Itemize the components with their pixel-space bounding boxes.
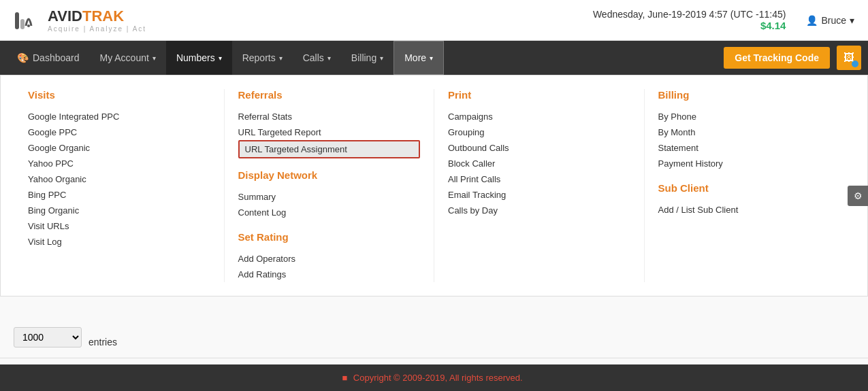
entries-label: entries	[89, 337, 117, 347]
username: Bruce	[821, 15, 846, 26]
nav-right: Get Tracking Code 🖼	[724, 46, 861, 70]
content-area: 1000 500 100 50 entries	[0, 296, 868, 358]
reports-caret: ▾	[279, 54, 283, 62]
billing-caret: ▾	[380, 54, 383, 62]
visits-heading: Visits	[28, 89, 210, 101]
billing-list: By Phone By Month Statement Payment Hist…	[658, 109, 841, 171]
display-network-list: Summary Content Log	[238, 189, 421, 220]
footer-icon: ■	[342, 373, 347, 383]
list-item[interactable]: Bing PPC	[28, 187, 210, 203]
list-item[interactable]: Referral Stats	[238, 109, 421, 124]
footer: ■ Copyright © 2009-2019, All rights rese…	[0, 364, 868, 391]
list-item[interactable]: Yahoo PPC	[28, 156, 210, 171]
column-billing: Billing By Phone By Month Statement Paym…	[645, 89, 854, 282]
user-icon: 👤	[806, 15, 818, 26]
list-item[interactable]: Visit URLs	[28, 218, 210, 234]
list-item[interactable]: Grouping	[448, 124, 630, 140]
nav-my-account[interactable]: My Account ▾	[90, 41, 166, 75]
nav-more[interactable]: More ▾	[393, 41, 444, 75]
nav-more-label: More	[404, 52, 426, 63]
set-rating-list: Add Operators Add Ratings	[238, 251, 421, 282]
list-item[interactable]: Payment History	[658, 156, 841, 171]
logo-sub: Acquire | Analyze | Act	[48, 25, 146, 33]
list-item[interactable]: Content Log	[238, 205, 421, 220]
entries-select[interactable]: 1000 500 100 50	[14, 327, 82, 347]
list-item[interactable]: Google PPC	[28, 124, 210, 140]
top-right: Wednesday, June-19-2019 4:57 (UTC -11:45…	[593, 9, 786, 31]
user-dropdown-icon: ▾	[850, 15, 854, 26]
list-item[interactable]: Calls by Day	[448, 203, 630, 218]
list-item[interactable]: URL Targeted Report	[238, 124, 421, 140]
nav-dashboard-label: Dashboard	[33, 52, 80, 63]
list-item[interactable]: Outbound Calls	[448, 140, 630, 156]
list-item[interactable]: Add / List Sub Client	[658, 202, 841, 218]
logo-text: AVIDTRAK	[48, 7, 146, 25]
list-item[interactable]: Bing Organic	[28, 203, 210, 218]
list-item[interactable]: Google Organic	[28, 140, 210, 156]
get-tracking-button[interactable]: Get Tracking Code	[724, 47, 830, 69]
display-network-heading: Display Network	[238, 169, 421, 181]
sub-client-list: Add / List Sub Client	[658, 202, 841, 218]
logo: AVIDTRAK Acquire | Analyze | Act	[14, 7, 146, 34]
billing-heading: Billing	[658, 89, 841, 101]
nav-bar: 🎨 Dashboard My Account ▾ Numbers ▾ Repor…	[0, 41, 868, 75]
print-list: Campaigns Grouping Outbound Calls Block …	[448, 109, 630, 218]
list-item[interactable]: By Phone	[658, 109, 841, 124]
dropdown-menu: Visits Google Integrated PPC Google PPC …	[0, 75, 868, 296]
list-item[interactable]: Statement	[658, 140, 841, 156]
svg-rect-1	[20, 19, 25, 29]
column-print: Print Campaigns Grouping Outbound Calls …	[434, 89, 645, 282]
list-item[interactable]: Campaigns	[448, 109, 630, 124]
notification-dot	[852, 61, 858, 67]
datetime: Wednesday, June-19-2019 4:57 (UTC -11:45…	[593, 9, 786, 20]
list-item[interactable]: By Month	[658, 124, 841, 140]
list-item[interactable]: Block Caller	[448, 156, 630, 171]
visits-list: Google Integrated PPC Google PPC Google …	[28, 109, 210, 250]
notification-icon[interactable]: 🖼	[837, 46, 861, 70]
numbers-caret: ▾	[219, 54, 222, 62]
top-bar: AVIDTRAK Acquire | Analyze | Act Wednesd…	[0, 0, 868, 41]
top-right-group: Wednesday, June-19-2019 4:57 (UTC -11:45…	[593, 9, 854, 31]
list-item[interactable]: Summary	[238, 189, 421, 205]
logo-icon	[14, 7, 44, 34]
footer-copyright: Copyright © 2009-2019, All rights reserv…	[353, 373, 523, 383]
referrals-heading: Referrals	[238, 89, 421, 101]
more-caret: ▾	[430, 54, 433, 62]
nav-billing[interactable]: Billing ▾	[341, 41, 393, 75]
nav-billing-label: Billing	[351, 52, 376, 63]
column-visits: Visits Google Integrated PPC Google PPC …	[14, 89, 225, 282]
list-item[interactable]: Yahoo Organic	[28, 171, 210, 187]
dashboard-icon: 🎨	[17, 52, 29, 63]
list-item[interactable]: Add Ratings	[238, 267, 421, 282]
settings-side-button[interactable]: ⚙	[848, 186, 868, 206]
list-item[interactable]: All Print Calls	[448, 171, 630, 187]
calls-caret: ▾	[327, 54, 331, 62]
svg-point-2	[27, 24, 30, 27]
user-info[interactable]: 👤 Bruce ▾	[806, 15, 854, 26]
settings-icon: ⚙	[854, 190, 863, 201]
nav-my-account-label: My Account	[100, 52, 149, 63]
nav-numbers[interactable]: Numbers ▾	[166, 41, 232, 75]
svg-rect-0	[15, 12, 19, 29]
nav-reports-label: Reports	[242, 52, 276, 63]
nav-calls[interactable]: Calls ▾	[293, 41, 341, 75]
balance: $4.14	[593, 20, 786, 31]
nav-calls-label: Calls	[303, 52, 324, 63]
url-targeted-assignment-item[interactable]: URL Targeted Assignment	[238, 140, 421, 158]
referrals-list: Referral Stats URL Targeted Report URL T…	[238, 109, 421, 158]
print-heading: Print	[448, 89, 630, 101]
list-item[interactable]: Google Integrated PPC	[28, 109, 210, 124]
select-wrapper: 1000 500 100 50	[14, 327, 82, 347]
my-account-caret: ▾	[152, 54, 156, 62]
list-item[interactable]: Add Operators	[238, 251, 421, 267]
list-item[interactable]: Email Tracking	[448, 187, 630, 203]
nav-dashboard[interactable]: 🎨 Dashboard	[7, 41, 90, 75]
nav-numbers-label: Numbers	[176, 52, 215, 63]
list-item[interactable]: Visit Log	[28, 234, 210, 250]
column-referrals: Referrals Referral Stats URL Targeted Re…	[225, 89, 435, 282]
set-rating-heading: Set Rating	[238, 231, 421, 243]
nav-reports[interactable]: Reports ▾	[232, 41, 293, 75]
sub-client-heading: Sub Client	[658, 182, 841, 194]
